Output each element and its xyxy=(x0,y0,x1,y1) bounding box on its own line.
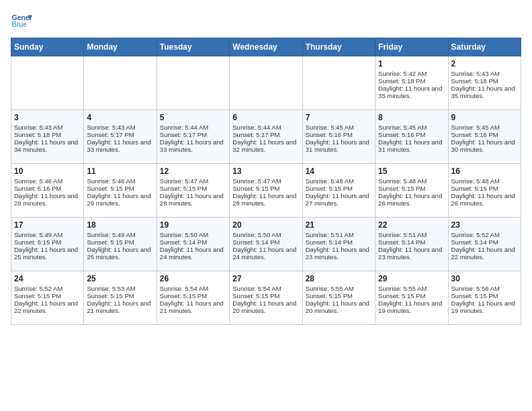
day-info: Sunset: 5:14 PM xyxy=(160,238,226,246)
day-info: Sunrise: 5:49 AM xyxy=(87,231,153,238)
day-info: Sunset: 5:17 PM xyxy=(232,131,299,138)
calendar-cell: 29Sunrise: 5:55 AMSunset: 5:15 PMDayligh… xyxy=(375,271,448,325)
day-number: 11 xyxy=(87,167,153,176)
day-info: Sunset: 5:17 PM xyxy=(87,131,153,138)
day-info: Daylight: 11 hours and 25 minutes. xyxy=(14,246,81,261)
day-info: Sunset: 5:18 PM xyxy=(14,131,81,138)
calendar-cell: 9Sunrise: 5:45 AMSunset: 5:16 PMDaylight… xyxy=(448,110,521,164)
day-number: 16 xyxy=(451,167,518,176)
day-info: Daylight: 11 hours and 23 minutes. xyxy=(378,246,445,261)
day-info: Sunrise: 5:47 AM xyxy=(160,177,226,185)
day-info: Sunset: 5:17 PM xyxy=(160,131,226,138)
day-info: Daylight: 11 hours and 30 minutes. xyxy=(451,138,518,153)
calendar-cell: 28Sunrise: 5:55 AMSunset: 5:15 PMDayligh… xyxy=(302,271,375,325)
day-info: Sunset: 5:15 PM xyxy=(87,185,153,192)
calendar-cell: 17Sunrise: 5:49 AMSunset: 5:15 PMDayligh… xyxy=(11,218,84,271)
day-info: Daylight: 11 hours and 26 minutes. xyxy=(378,192,445,207)
weekday-header: Thursday xyxy=(302,38,375,56)
weekday-header: Monday xyxy=(84,38,157,56)
calendar-cell: 13Sunrise: 5:47 AMSunset: 5:15 PMDayligh… xyxy=(230,164,302,218)
day-number: 7 xyxy=(306,113,372,122)
calendar-cell xyxy=(302,56,375,110)
day-info: Sunrise: 5:45 AM xyxy=(306,124,372,131)
day-info: Sunrise: 5:44 AM xyxy=(160,124,226,131)
day-info: Sunset: 5:15 PM xyxy=(14,292,81,300)
day-number: 27 xyxy=(232,274,299,283)
day-info: Daylight: 11 hours and 22 minutes. xyxy=(14,300,81,314)
day-info: Sunset: 5:16 PM xyxy=(451,131,518,138)
calendar-cell: 8Sunrise: 5:45 AMSunset: 5:16 PMDaylight… xyxy=(375,110,448,164)
day-info: Sunset: 5:16 PM xyxy=(306,131,372,138)
day-info: Daylight: 11 hours and 33 minutes. xyxy=(160,138,226,153)
day-number: 26 xyxy=(160,274,226,283)
day-number: 18 xyxy=(87,220,153,230)
day-info: Sunset: 5:15 PM xyxy=(160,292,226,300)
day-info: Daylight: 11 hours and 35 minutes. xyxy=(378,85,445,99)
day-info: Daylight: 11 hours and 27 minutes. xyxy=(306,192,372,207)
day-info: Sunrise: 5:51 AM xyxy=(306,231,372,238)
day-info: Sunset: 5:14 PM xyxy=(451,238,518,246)
day-number: 24 xyxy=(14,274,81,283)
day-number: 22 xyxy=(378,220,445,230)
day-number: 19 xyxy=(160,220,226,230)
calendar-cell: 24Sunrise: 5:52 AMSunset: 5:15 PMDayligh… xyxy=(11,271,84,325)
svg-text:Blue: Blue xyxy=(12,21,28,28)
day-info: Daylight: 11 hours and 26 minutes. xyxy=(451,192,518,207)
day-info: Sunset: 5:15 PM xyxy=(87,292,153,300)
calendar-cell xyxy=(11,56,84,110)
day-info: Daylight: 11 hours and 32 minutes. xyxy=(232,138,299,153)
calendar-cell: 5Sunrise: 5:44 AMSunset: 5:17 PMDaylight… xyxy=(157,110,229,164)
weekday-header: Sunday xyxy=(11,38,84,56)
day-info: Sunrise: 5:45 AM xyxy=(451,124,518,131)
day-info: Sunrise: 5:55 AM xyxy=(378,285,445,292)
calendar-cell: 10Sunrise: 5:46 AMSunset: 5:16 PMDayligh… xyxy=(11,164,84,218)
day-info: Sunrise: 5:53 AM xyxy=(87,285,153,292)
calendar-cell: 2Sunrise: 5:43 AMSunset: 5:18 PMDaylight… xyxy=(448,56,521,110)
calendar-cell: 27Sunrise: 5:54 AMSunset: 5:15 PMDayligh… xyxy=(230,271,302,325)
day-number: 3 xyxy=(14,113,81,122)
day-info: Daylight: 11 hours and 24 minutes. xyxy=(160,246,226,261)
day-info: Sunrise: 5:48 AM xyxy=(306,177,372,185)
day-info: Sunrise: 5:43 AM xyxy=(14,124,81,131)
calendar-cell: 26Sunrise: 5:54 AMSunset: 5:15 PMDayligh… xyxy=(157,271,229,325)
calendar-cell: 1Sunrise: 5:42 AMSunset: 5:18 PMDaylight… xyxy=(375,56,448,110)
day-number: 28 xyxy=(306,274,372,283)
calendar-cell: 11Sunrise: 5:46 AMSunset: 5:15 PMDayligh… xyxy=(84,164,157,218)
day-info: Sunset: 5:14 PM xyxy=(306,238,372,246)
calendar-cell: 7Sunrise: 5:45 AMSunset: 5:16 PMDaylight… xyxy=(302,110,375,164)
day-number: 9 xyxy=(451,113,518,122)
weekday-header: Friday xyxy=(375,38,448,56)
day-info: Daylight: 11 hours and 23 minutes. xyxy=(306,246,372,261)
calendar-cell xyxy=(230,56,302,110)
day-info: Sunset: 5:15 PM xyxy=(306,292,372,300)
day-info: Sunrise: 5:47 AM xyxy=(232,177,299,185)
day-info: Sunset: 5:15 PM xyxy=(87,238,153,246)
day-number: 4 xyxy=(87,113,153,122)
day-info: Sunrise: 5:50 AM xyxy=(160,231,226,238)
day-info: Sunrise: 5:48 AM xyxy=(378,177,445,185)
day-info: Daylight: 11 hours and 33 minutes. xyxy=(87,138,153,153)
calendar-cell: 14Sunrise: 5:48 AMSunset: 5:15 PMDayligh… xyxy=(302,164,375,218)
day-number: 6 xyxy=(232,113,299,122)
calendar-cell: 30Sunrise: 5:56 AMSunset: 5:15 PMDayligh… xyxy=(448,271,521,325)
logo: General Blue xyxy=(11,11,32,32)
day-info: Sunrise: 5:54 AM xyxy=(160,285,226,292)
day-info: Sunrise: 5:50 AM xyxy=(232,231,299,238)
calendar-cell: 4Sunrise: 5:43 AMSunset: 5:17 PMDaylight… xyxy=(84,110,157,164)
calendar-week-row: 3Sunrise: 5:43 AMSunset: 5:18 PMDaylight… xyxy=(11,110,521,164)
weekday-header: Wednesday xyxy=(230,38,302,56)
day-info: Sunrise: 5:49 AM xyxy=(14,231,81,238)
day-info: Sunset: 5:15 PM xyxy=(451,185,518,192)
calendar-cell: 20Sunrise: 5:50 AMSunset: 5:14 PMDayligh… xyxy=(230,218,302,271)
day-info: Daylight: 11 hours and 29 minutes. xyxy=(87,192,153,207)
day-info: Sunset: 5:16 PM xyxy=(14,185,81,192)
day-number: 17 xyxy=(14,220,81,230)
day-info: Sunrise: 5:54 AM xyxy=(232,285,299,292)
calendar-cell: 3Sunrise: 5:43 AMSunset: 5:18 PMDaylight… xyxy=(11,110,84,164)
day-info: Sunrise: 5:46 AM xyxy=(14,177,81,185)
calendar-cell xyxy=(157,56,229,110)
day-number: 13 xyxy=(232,167,299,176)
day-number: 8 xyxy=(378,113,445,122)
day-number: 14 xyxy=(306,167,372,176)
day-info: Daylight: 11 hours and 19 minutes. xyxy=(451,300,518,314)
